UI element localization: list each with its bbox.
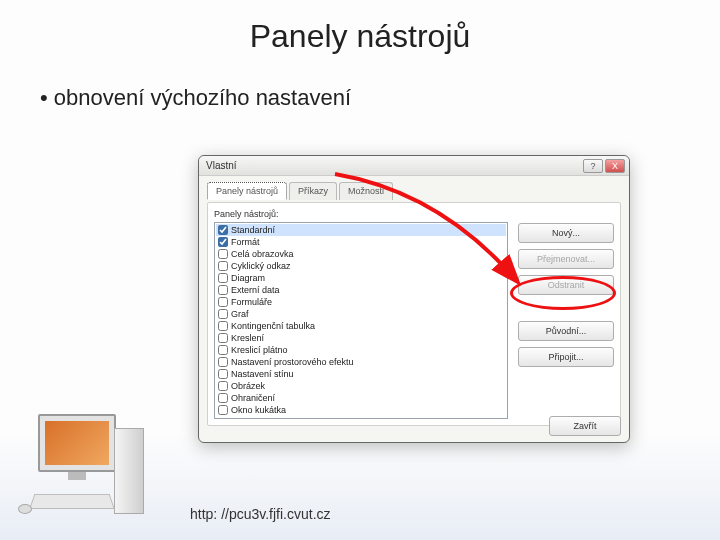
checkbox[interactable] [218,345,228,355]
list-item[interactable]: Obrázek [216,380,506,392]
list-item[interactable]: Kreslení [216,332,506,344]
titlebar: Vlastní ? X [199,156,629,176]
checkbox[interactable] [218,225,228,235]
list-item-label: Formát [231,236,260,248]
tab-options[interactable]: Možnosti [339,182,393,200]
list-item[interactable]: Cyklický odkaz [216,260,506,272]
close-icon[interactable]: X [605,159,625,173]
list-item[interactable]: Externí data [216,284,506,296]
list-item-label: Kreslení [231,332,264,344]
tower-icon [114,428,144,514]
help-icon[interactable]: ? [583,159,603,173]
checkbox[interactable] [218,321,228,331]
list-item[interactable]: Nastavení prostorového efektu [216,356,506,368]
list-item[interactable]: Graf [216,308,506,320]
checkbox[interactable] [218,357,228,367]
list-item-label: Kontingenční tabulka [231,320,315,332]
list-item-label: Nastavení prostorového efektu [231,356,354,368]
keyboard-icon [29,494,115,509]
tab-commands[interactable]: Příkazy [289,182,337,200]
checkbox[interactable] [218,261,228,271]
list-item[interactable]: Diagram [216,272,506,284]
list-item-label: Graf [231,308,249,320]
checkbox[interactable] [218,393,228,403]
list-item-label: Externí data [231,284,280,296]
list-item[interactable]: Formát [216,236,506,248]
list-item-label: Kreslicí plátno [231,344,288,356]
computer-illustration [14,414,154,526]
list-item-label: Okno kukátka [231,404,286,416]
list-item-label: Diagram [231,272,265,284]
list-item[interactable]: Formuláře [216,296,506,308]
checkbox[interactable] [218,285,228,295]
list-item-label: Standardní [231,224,275,236]
checkbox[interactable] [218,309,228,319]
checkbox[interactable] [218,405,228,415]
checkbox[interactable] [218,381,228,391]
checkbox[interactable] [218,333,228,343]
monitor-icon [38,414,116,472]
list-item-label: Nastavení stínu [231,368,294,380]
tab-strip: Panely nástrojů Příkazy Možnosti [199,176,629,200]
attach-button[interactable]: Připojit... [518,347,614,367]
new-button[interactable]: Nový... [518,223,614,243]
monitor-stand [68,472,86,480]
list-item-label: Obrázek [231,380,265,392]
tab-toolbars[interactable]: Panely nástrojů [207,182,287,200]
list-item[interactable]: Okno kukátka [216,404,506,416]
customize-dialog: Vlastní ? X Panely nástrojů Příkazy Možn… [198,155,630,443]
bullet-text: obnovení výchozího nastavení [40,85,720,111]
dialog-title: Vlastní [203,160,583,171]
list-item-label: Ohraničení [231,392,275,404]
mouse-icon [18,504,32,514]
reset-button[interactable]: Původní... [518,321,614,341]
list-item[interactable]: Ohraničení [216,392,506,404]
checkbox[interactable] [218,297,228,307]
checkbox[interactable] [218,249,228,259]
checkbox[interactable] [218,237,228,247]
list-item[interactable]: Standardní [216,224,506,236]
toolbar-listbox[interactable]: Standardní Formát Celá obrazovka Cyklick… [214,222,508,419]
list-item-label: Cyklický odkaz [231,260,291,272]
checkbox[interactable] [218,273,228,283]
list-item[interactable]: Nastavení stínu [216,368,506,380]
slide-title: Panely nástrojů [0,18,720,55]
list-item[interactable]: Kreslicí plátno [216,344,506,356]
checkbox[interactable] [218,369,228,379]
panel-area: Panely nástrojů: Standardní Formát Celá … [207,202,621,426]
list-item[interactable]: Celá obrazovka [216,248,506,260]
list-item[interactable]: Kontingenční tabulka [216,320,506,332]
list-item-label: Celá obrazovka [231,248,294,260]
list-item-label: Formuláře [231,296,272,308]
footer-url: http: //pcu3v.fjfi.cvut.cz [190,506,331,522]
close-button[interactable]: Zavřít [549,416,621,436]
rename-button[interactable]: Přejmenovat... [518,249,614,269]
list-label: Panely nástrojů: [214,209,508,219]
delete-button[interactable]: Odstranit [518,275,614,295]
